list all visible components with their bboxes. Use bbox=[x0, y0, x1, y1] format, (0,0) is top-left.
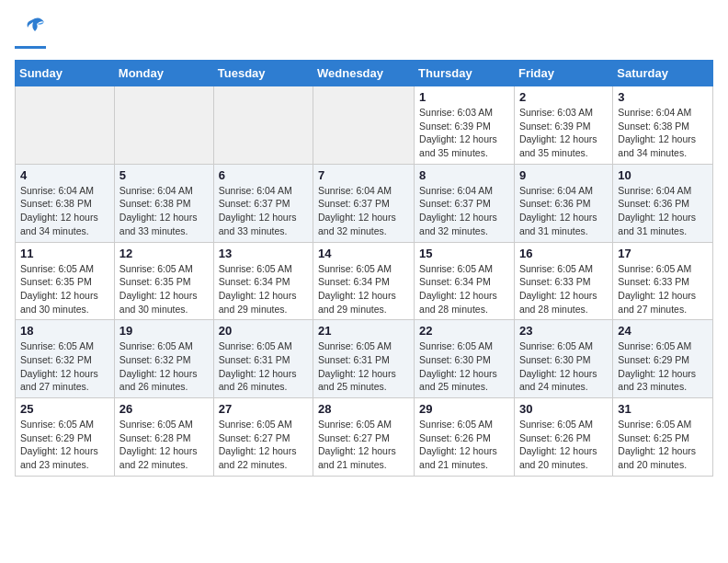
logo-divider bbox=[15, 46, 46, 49]
day-number: 25 bbox=[20, 402, 109, 416]
calendar-cell bbox=[16, 86, 115, 165]
calendar-cell: 27Sunrise: 6:05 AM Sunset: 6:27 PM Dayli… bbox=[213, 398, 313, 477]
day-info: Sunrise: 6:05 AM Sunset: 6:31 PM Dayligh… bbox=[318, 339, 409, 394]
day-number: 6 bbox=[219, 168, 308, 182]
day-number: 13 bbox=[219, 247, 308, 260]
calendar-cell: 6Sunrise: 6:04 AM Sunset: 6:37 PM Daylig… bbox=[213, 164, 313, 242]
calendar-cell bbox=[213, 86, 313, 165]
day-info: Sunrise: 6:05 AM Sunset: 6:30 PM Dayligh… bbox=[519, 339, 608, 394]
day-info: Sunrise: 6:05 AM Sunset: 6:35 PM Dayligh… bbox=[20, 262, 109, 316]
calendar-cell: 16Sunrise: 6:05 AM Sunset: 6:33 PM Dayli… bbox=[514, 242, 612, 320]
day-info: Sunrise: 6:05 AM Sunset: 6:31 PM Dayligh… bbox=[219, 339, 308, 394]
day-info: Sunrise: 6:04 AM Sunset: 6:37 PM Dayligh… bbox=[318, 184, 409, 238]
day-info: Sunrise: 6:04 AM Sunset: 6:36 PM Dayligh… bbox=[618, 184, 708, 238]
weekday-header-saturday: Saturday bbox=[613, 61, 713, 86]
calendar-cell: 5Sunrise: 6:04 AM Sunset: 6:38 PM Daylig… bbox=[114, 164, 213, 242]
day-number: 2 bbox=[519, 90, 608, 104]
day-number: 10 bbox=[618, 168, 708, 182]
day-info: Sunrise: 6:04 AM Sunset: 6:38 PM Dayligh… bbox=[618, 106, 708, 160]
day-number: 22 bbox=[419, 324, 509, 338]
day-number: 28 bbox=[318, 402, 409, 416]
weekday-header-thursday: Thursday bbox=[415, 61, 515, 86]
day-number: 23 bbox=[519, 324, 608, 338]
day-info: Sunrise: 6:04 AM Sunset: 6:37 PM Dayligh… bbox=[419, 184, 509, 238]
calendar-cell: 31Sunrise: 6:05 AM Sunset: 6:25 PM Dayli… bbox=[613, 398, 713, 477]
day-number: 8 bbox=[419, 168, 509, 182]
day-info: Sunrise: 6:05 AM Sunset: 6:32 PM Dayligh… bbox=[20, 339, 109, 394]
day-number: 30 bbox=[519, 402, 608, 416]
calendar-cell: 20Sunrise: 6:05 AM Sunset: 6:31 PM Dayli… bbox=[213, 320, 313, 398]
logo-bird-icon bbox=[18, 15, 46, 44]
calendar-cell: 24Sunrise: 6:05 AM Sunset: 6:29 PM Dayli… bbox=[613, 320, 713, 398]
day-info: Sunrise: 6:05 AM Sunset: 6:26 PM Dayligh… bbox=[419, 418, 509, 472]
calendar-cell: 9Sunrise: 6:04 AM Sunset: 6:36 PM Daylig… bbox=[514, 164, 612, 242]
calendar-cell: 28Sunrise: 6:05 AM Sunset: 6:27 PM Dayli… bbox=[313, 398, 415, 477]
header bbox=[15, 15, 713, 49]
day-number: 5 bbox=[119, 168, 209, 182]
day-info: Sunrise: 6:05 AM Sunset: 6:26 PM Dayligh… bbox=[519, 418, 608, 472]
calendar-cell: 22Sunrise: 6:05 AM Sunset: 6:30 PM Dayli… bbox=[415, 320, 515, 398]
calendar-cell: 21Sunrise: 6:05 AM Sunset: 6:31 PM Dayli… bbox=[313, 320, 415, 398]
logo bbox=[15, 15, 46, 49]
calendar-week-row: 18Sunrise: 6:05 AM Sunset: 6:32 PM Dayli… bbox=[16, 320, 713, 398]
calendar-cell: 3Sunrise: 6:04 AM Sunset: 6:38 PM Daylig… bbox=[613, 86, 713, 165]
calendar-table: SundayMondayTuesdayWednesdayThursdayFrid… bbox=[15, 60, 713, 477]
day-number: 17 bbox=[618, 247, 708, 260]
day-number: 4 bbox=[20, 168, 109, 182]
day-number: 9 bbox=[519, 168, 608, 182]
day-info: Sunrise: 6:05 AM Sunset: 6:30 PM Dayligh… bbox=[419, 339, 509, 394]
calendar-cell: 29Sunrise: 6:05 AM Sunset: 6:26 PM Dayli… bbox=[415, 398, 515, 477]
calendar-cell: 4Sunrise: 6:04 AM Sunset: 6:38 PM Daylig… bbox=[16, 164, 115, 242]
day-info: Sunrise: 6:05 AM Sunset: 6:33 PM Dayligh… bbox=[618, 262, 708, 316]
calendar-cell bbox=[313, 86, 415, 165]
day-info: Sunrise: 6:04 AM Sunset: 6:38 PM Dayligh… bbox=[20, 184, 109, 238]
day-info: Sunrise: 6:05 AM Sunset: 6:34 PM Dayligh… bbox=[419, 262, 509, 316]
calendar-cell: 19Sunrise: 6:05 AM Sunset: 6:32 PM Dayli… bbox=[114, 320, 213, 398]
calendar-cell: 10Sunrise: 6:04 AM Sunset: 6:36 PM Dayli… bbox=[613, 164, 713, 242]
day-number: 7 bbox=[318, 168, 409, 182]
calendar-cell: 12Sunrise: 6:05 AM Sunset: 6:35 PM Dayli… bbox=[114, 242, 213, 320]
weekday-header-friday: Friday bbox=[514, 61, 612, 86]
day-info: Sunrise: 6:05 AM Sunset: 6:34 PM Dayligh… bbox=[219, 262, 308, 316]
day-info: Sunrise: 6:05 AM Sunset: 6:27 PM Dayligh… bbox=[318, 418, 409, 472]
calendar-cell: 14Sunrise: 6:05 AM Sunset: 6:34 PM Dayli… bbox=[313, 242, 415, 320]
day-number: 11 bbox=[20, 247, 109, 260]
weekday-header-sunday: Sunday bbox=[16, 61, 115, 86]
day-info: Sunrise: 6:05 AM Sunset: 6:29 PM Dayligh… bbox=[618, 339, 708, 394]
day-number: 20 bbox=[219, 324, 308, 338]
calendar-cell: 23Sunrise: 6:05 AM Sunset: 6:30 PM Dayli… bbox=[514, 320, 612, 398]
day-number: 29 bbox=[419, 402, 509, 416]
day-info: Sunrise: 6:04 AM Sunset: 6:38 PM Dayligh… bbox=[119, 184, 209, 238]
calendar-cell: 2Sunrise: 6:03 AM Sunset: 6:39 PM Daylig… bbox=[514, 86, 612, 165]
calendar-cell: 25Sunrise: 6:05 AM Sunset: 6:29 PM Dayli… bbox=[16, 398, 115, 477]
calendar-week-row: 4Sunrise: 6:04 AM Sunset: 6:38 PM Daylig… bbox=[16, 164, 713, 242]
day-info: Sunrise: 6:05 AM Sunset: 6:29 PM Dayligh… bbox=[20, 418, 109, 472]
calendar-header: SundayMondayTuesdayWednesdayThursdayFrid… bbox=[16, 61, 713, 86]
calendar-cell: 8Sunrise: 6:04 AM Sunset: 6:37 PM Daylig… bbox=[415, 164, 515, 242]
day-info: Sunrise: 6:05 AM Sunset: 6:33 PM Dayligh… bbox=[519, 262, 608, 316]
calendar-body: 1Sunrise: 6:03 AM Sunset: 6:39 PM Daylig… bbox=[16, 86, 713, 477]
calendar-week-row: 25Sunrise: 6:05 AM Sunset: 6:29 PM Dayli… bbox=[16, 398, 713, 477]
day-info: Sunrise: 6:05 AM Sunset: 6:34 PM Dayligh… bbox=[318, 262, 409, 316]
calendar-cell bbox=[114, 86, 213, 165]
day-number: 12 bbox=[119, 247, 209, 260]
day-info: Sunrise: 6:05 AM Sunset: 6:35 PM Dayligh… bbox=[119, 262, 209, 316]
calendar-cell: 17Sunrise: 6:05 AM Sunset: 6:33 PM Dayli… bbox=[613, 242, 713, 320]
day-number: 26 bbox=[119, 402, 209, 416]
day-number: 16 bbox=[519, 247, 608, 260]
calendar-cell: 26Sunrise: 6:05 AM Sunset: 6:28 PM Dayli… bbox=[114, 398, 213, 477]
day-number: 27 bbox=[219, 402, 308, 416]
day-number: 31 bbox=[618, 402, 708, 416]
day-info: Sunrise: 6:05 AM Sunset: 6:27 PM Dayligh… bbox=[219, 418, 308, 472]
day-info: Sunrise: 6:05 AM Sunset: 6:28 PM Dayligh… bbox=[119, 418, 209, 472]
day-info: Sunrise: 6:05 AM Sunset: 6:25 PM Dayligh… bbox=[618, 418, 708, 472]
day-number: 19 bbox=[119, 324, 209, 338]
calendar-cell: 1Sunrise: 6:03 AM Sunset: 6:39 PM Daylig… bbox=[415, 86, 515, 165]
day-number: 15 bbox=[419, 247, 509, 260]
day-number: 21 bbox=[318, 324, 409, 338]
day-info: Sunrise: 6:03 AM Sunset: 6:39 PM Dayligh… bbox=[519, 106, 608, 160]
weekday-header-tuesday: Tuesday bbox=[213, 61, 313, 86]
day-number: 3 bbox=[618, 90, 708, 104]
weekday-header-wednesday: Wednesday bbox=[313, 61, 415, 86]
calendar-cell: 7Sunrise: 6:04 AM Sunset: 6:37 PM Daylig… bbox=[313, 164, 415, 242]
